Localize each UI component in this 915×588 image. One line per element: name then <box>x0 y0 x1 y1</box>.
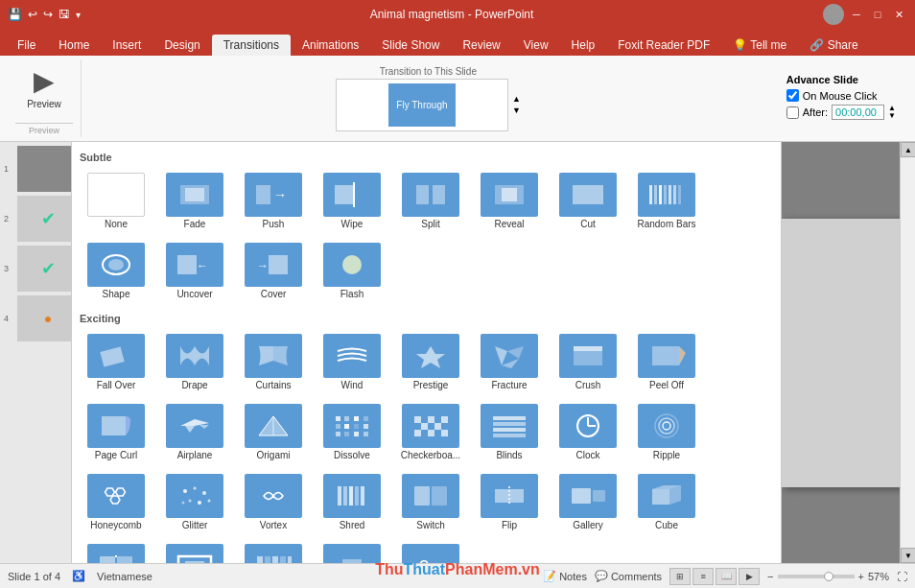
slide-thumb-2[interactable]: ✔ <box>17 196 72 242</box>
svg-rect-53 <box>414 430 421 436</box>
transition-wipe[interactable]: Wipe <box>314 167 390 235</box>
after-time-input[interactable] <box>832 105 884 120</box>
transition-uncover[interactable]: ← Uncover <box>156 237 233 305</box>
transition-crush[interactable]: Crush <box>550 328 626 396</box>
transitions-group: Transition to This Slide Fly Through ▲ ▼ <box>82 59 775 137</box>
transition-push[interactable]: → Push <box>235 167 312 235</box>
transition-curtains[interactable]: Curtains <box>235 328 312 396</box>
transition-prestige[interactable]: Prestige <box>392 328 469 396</box>
slide-thumb-4[interactable]: ● <box>17 295 72 341</box>
tab-foxit[interactable]: Foxit Reader PDF <box>606 35 721 56</box>
transition-cut[interactable]: Cut <box>550 167 626 235</box>
transition-blinds[interactable]: Blinds <box>471 398 548 466</box>
after-checkbox[interactable] <box>786 106 799 119</box>
push-label: Push <box>263 219 285 229</box>
transition-honeycomb[interactable]: Honeycomb <box>78 468 154 536</box>
undo-btn[interactable]: ↩ <box>28 8 37 21</box>
tab-transitions[interactable]: Transitions <box>212 35 291 56</box>
transition-drape[interactable]: Drape <box>156 328 233 396</box>
tab-insert[interactable]: Insert <box>101 35 152 56</box>
cut-label: Cut <box>580 219 596 229</box>
svg-point-19 <box>108 259 124 270</box>
preview-group-label: Preview <box>15 123 73 135</box>
transition-switch[interactable]: Switch <box>392 468 469 536</box>
transition-shred[interactable]: Shred <box>314 468 390 536</box>
svg-rect-100 <box>288 556 292 563</box>
transition-ripple[interactable]: Ripple <box>628 398 705 466</box>
slide-thumb-3[interactable]: ✔ <box>17 246 72 292</box>
transition-shape[interactable]: Shape <box>78 237 154 305</box>
outline-view-btn[interactable]: ≡ <box>692 568 714 585</box>
close-button[interactable]: ✕ <box>890 6 907 23</box>
transition-peeloff[interactable]: Peel Off <box>628 328 705 396</box>
tab-help[interactable]: Help <box>560 35 607 56</box>
scroll-up-btn[interactable]: ▲ <box>512 94 521 104</box>
tab-home[interactable]: Home <box>47 35 101 56</box>
normal-view-btn[interactable]: ⊞ <box>669 568 691 585</box>
transition-randombars[interactable]: Random Bars <box>628 167 705 235</box>
zoom-in-btn[interactable]: + <box>858 571 864 582</box>
minimize-button[interactable]: ─ <box>848 6 865 23</box>
tab-view[interactable]: View <box>512 35 560 56</box>
transition-vortex[interactable]: Vortex <box>235 468 312 536</box>
tab-tellme[interactable]: 💡Tell me <box>721 35 798 56</box>
transition-flip[interactable]: Flip <box>471 468 548 536</box>
transition-box[interactable]: Box <box>156 538 233 563</box>
reading-view-btn[interactable]: 📖 <box>716 568 737 585</box>
transition-cover[interactable]: → Cover <box>235 237 312 305</box>
comments-button[interactable]: 💬 Comments <box>595 570 662 582</box>
random-icon: ? <box>402 544 459 563</box>
after-label[interactable]: After: <box>803 106 828 118</box>
transition-origami[interactable]: Origami <box>235 398 312 466</box>
transition-flash[interactable]: Flash <box>314 237 390 305</box>
curtains-icon <box>245 334 302 378</box>
tab-animations[interactable]: Animations <box>291 35 370 56</box>
scroll-down-button[interactable]: ▼ <box>901 548 915 563</box>
redo-btn[interactable]: ↪ <box>43 8 53 21</box>
transition-none[interactable]: None <box>78 167 154 235</box>
slide-thumb-1[interactable] <box>17 146 72 192</box>
scroll-up-button[interactable]: ▲ <box>901 142 915 157</box>
time-down-btn[interactable]: ▼ <box>888 112 896 120</box>
transition-zoom[interactable]: ⊕ Zoom <box>314 538 390 563</box>
transition-fracture[interactable]: Fracture <box>471 328 548 396</box>
transition-comb[interactable]: Comb <box>235 538 312 563</box>
transition-glitter[interactable]: Glitter <box>156 468 233 536</box>
tab-share[interactable]: 🔗 Share <box>798 35 869 56</box>
tab-review[interactable]: Review <box>451 35 511 56</box>
restore-button[interactable]: □ <box>869 6 886 23</box>
on-mouse-click-checkbox[interactable] <box>786 89 799 102</box>
tab-slideshow[interactable]: Slide Show <box>370 35 451 56</box>
transition-airplane[interactable]: Airplane <box>156 398 233 466</box>
fit-window-btn[interactable]: ⛶ <box>897 571 907 582</box>
transition-wind[interactable]: Wind <box>314 328 390 396</box>
zoom-out-btn[interactable]: − <box>767 571 773 582</box>
transition-checkerboard[interactable]: Checkerboa... <box>392 398 469 466</box>
transition-doors[interactable]: Doors <box>78 538 154 563</box>
tab-design[interactable]: Design <box>152 35 211 56</box>
zoom-slider[interactable] <box>778 575 855 578</box>
drape-label: Drape <box>181 380 207 390</box>
zoom-handle[interactable] <box>824 572 833 581</box>
slide-show-btn[interactable]: ▶ <box>739 568 760 585</box>
svg-text:⊕: ⊕ <box>346 561 355 563</box>
transition-gallery[interactable]: Gallery <box>550 468 626 536</box>
notes-button[interactable]: 📝 Notes <box>543 570 587 582</box>
transition-split[interactable]: Split <box>392 167 469 235</box>
transition-fallover[interactable]: Fall Over <box>78 328 154 396</box>
transition-cube[interactable]: Cube <box>628 468 705 536</box>
svg-rect-4 <box>335 185 354 204</box>
transition-reveal[interactable]: Reveal <box>471 167 548 235</box>
slide-1-container: 1 <box>17 146 67 192</box>
save-btn[interactable]: 🖫 <box>59 8 70 21</box>
tab-file[interactable]: File <box>6 35 47 56</box>
on-mouse-click-label[interactable]: On Mouse Click <box>803 90 878 102</box>
svg-marker-66 <box>106 488 115 496</box>
scroll-down-btn[interactable]: ▼ <box>512 106 521 115</box>
transition-dissolve[interactable]: Dissolve <box>314 398 390 466</box>
transition-pagecurl[interactable]: Page Curl <box>78 398 154 466</box>
preview-button[interactable]: ▶ Preview <box>15 61 73 123</box>
transition-random[interactable]: ? Random <box>392 538 469 563</box>
transition-fade[interactable]: Fade <box>156 167 233 235</box>
transition-clock[interactable]: Clock <box>550 398 626 466</box>
